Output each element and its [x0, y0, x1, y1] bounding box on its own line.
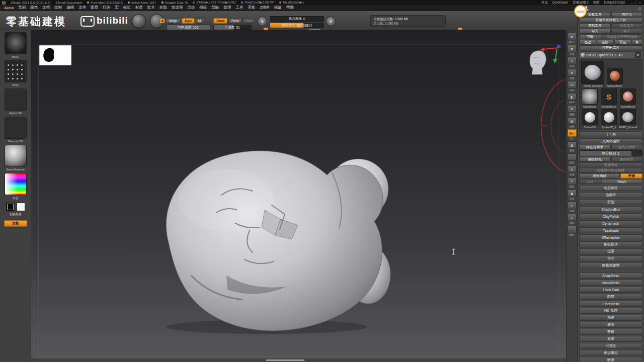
right-shelf-icon[interactable]: ◌ [568, 153, 577, 161]
goz-r-button[interactable]: R [632, 40, 642, 45]
active-tool-badge[interactable]: B [635, 52, 641, 58]
menu-item[interactable]: 材质 [135, 5, 143, 10]
rgb-button[interactable]: Rgb [182, 18, 195, 24]
menu-item[interactable]: 首选项 [172, 5, 183, 10]
subsection-header[interactable]: ClayPolish [579, 213, 642, 219]
copy-tool-button[interactable]: 复制工具 [579, 23, 611, 28]
tool-thumbnail-icon[interactable] [601, 109, 617, 125]
color-picker[interactable]: 渐变 [5, 173, 27, 201]
menu-item[interactable]: 拾取 [159, 5, 167, 10]
menu-item[interactable]: 工具 [235, 5, 243, 10]
subpalette-header[interactable]: HD 几何 [579, 308, 642, 314]
m-button[interactable]: M [196, 18, 203, 24]
zcut-button[interactable]: Zcut [243, 18, 255, 24]
goz-visible-button[interactable]: 可见 [614, 40, 631, 45]
subsection-header[interactable]: 大小 [579, 255, 642, 261]
right-shelf-icon[interactable]: ⇕ [568, 57, 577, 64]
material-thumbnail-icon[interactable] [5, 145, 27, 167]
brush-thumbnail-icon[interactable] [5, 32, 27, 54]
right-shelf-icon[interactable]: ~ [568, 226, 577, 233]
stroke-curve-icon[interactable]: S [258, 17, 267, 26]
focal-shift-slider[interactable]: 焦点衰减0 [270, 16, 324, 22]
right-shelf-icon[interactable]: ◍ [568, 33, 577, 40]
tool-thumbnail-icon[interactable]: S [601, 88, 617, 105]
palette-menu-icon[interactable] [637, 6, 642, 12]
titlebar-button[interactable]: 帮助 [593, 1, 600, 5]
menu-item[interactable]: 绘制 [54, 5, 62, 10]
subpalette-header[interactable]: 联系 [579, 357, 642, 362]
menu-item[interactable]: 帮助 [286, 5, 294, 10]
menu-item[interactable]: 笔触 [211, 5, 219, 10]
axis-gizmo[interactable] [538, 42, 561, 66]
material-selector[interactable]: BasicMaterial [5, 145, 27, 171]
sculpt-canvas[interactable] [31, 30, 566, 362]
make-polymesh3d-button[interactable]: 生成多边形网格物体 [602, 34, 642, 39]
right-shelf-button[interactable]: ▦ 渲染 [568, 45, 577, 55]
color-picker-gradient[interactable] [5, 173, 27, 195]
secondary-color-swatch[interactable] [17, 203, 25, 211]
right-shelf-button[interactable]: L 局部 [568, 214, 577, 224]
tool-thumbnail[interactable]: Sphere3D_1 [600, 109, 618, 129]
lower-res-button[interactable]: 降低分辨率 [579, 145, 611, 150]
titlebar-button[interactable]: 背景选项 0 [573, 1, 588, 5]
subsection-header[interactable]: 折边 [579, 199, 642, 205]
right-shelf-icon[interactable]: P [568, 105, 577, 113]
subsection-header[interactable]: 修改拓扑 [579, 241, 642, 247]
menu-item[interactable]: 灯光 [103, 5, 110, 10]
active-tool-bar[interactable]: PM3D_Sphere3D_1. 49 B [579, 51, 642, 58]
titlebar-button[interactable]: 意见 [541, 1, 548, 5]
convert-bpr-button[interactable]: 转换BPR到几何体 [579, 168, 642, 173]
reuv-button[interactable]: ReUV [602, 179, 642, 184]
tool-thumbnail-icon[interactable] [582, 109, 598, 125]
menu-item[interactable]: 编辑 [66, 5, 74, 10]
texture-selector[interactable]: Texture Off [5, 117, 27, 143]
right-shelf-button[interactable]: ◫ 线框 [568, 202, 577, 212]
titlebar-button[interactable]: QuickSave [552, 1, 568, 5]
subsection-header[interactable]: Tessimate [579, 227, 642, 233]
subsection-header[interactable]: ZRemesher [579, 234, 642, 240]
tool-thumbnail[interactable]: AlphaBrush [581, 88, 599, 108]
tool-thumbnail[interactable]: EraserBrush [619, 88, 637, 108]
subpalette-header[interactable]: 图层 [579, 294, 642, 300]
primary-color-swatch[interactable] [6, 203, 15, 211]
menu-item[interactable]: 影片 [147, 5, 155, 10]
right-shelf-icon[interactable]: F [568, 177, 577, 185]
higher-res-button[interactable]: 更高分辨率 [611, 145, 643, 150]
subsection-header[interactable]: 网格完整性 [579, 262, 642, 268]
sdiv-slider[interactable]: 细分级别5 [579, 150, 642, 156]
stroke-selector[interactable]: Dots [5, 60, 27, 86]
clone-button[interactable]: 克隆 [579, 34, 601, 39]
subpalette-header[interactable]: NanoMesh [579, 280, 642, 286]
texture-thumbnail-icon[interactable] [5, 117, 27, 139]
subpalette-header[interactable]: 遮罩 [579, 336, 642, 342]
alpha-badge[interactable]: A [160, 19, 165, 23]
open-tool-button[interactable]: 打开▶工具 [579, 45, 642, 50]
lightbox-toggle-icon[interactable] [132, 14, 146, 28]
subpalette-header[interactable]: FiberMesh [579, 301, 642, 307]
right-shelf-button[interactable]: ◍ BPR [568, 33, 577, 43]
subsection-header[interactable]: 动态细分 [579, 185, 642, 191]
menu-item[interactable]: 缩放 [274, 5, 282, 10]
right-shelf-icon[interactable]: ▤ [568, 117, 577, 125]
right-shelf-button[interactable]: ◌ 幽灵 [568, 153, 577, 164]
sculpture-mesh[interactable] [121, 125, 403, 338]
subsection-header[interactable]: Dynamesh [579, 220, 642, 226]
draw-size-slider[interactable]: 绘制大小452.68814 [270, 23, 324, 28]
right-shelf-icon[interactable]: L [568, 214, 577, 221]
menu-item[interactable]: Alpha [4, 6, 14, 10]
del-lower-button[interactable]: 删除较低 [579, 157, 611, 162]
subtool-section-header[interactable]: 子工具 [579, 131, 642, 137]
right-shelf-button[interactable]: 1:1 实际 [568, 81, 577, 92]
window-control-button[interactable]: × [638, 1, 642, 5]
subsection-header[interactable]: ShadowBox [579, 206, 642, 212]
tool-thumbnail-icon[interactable] [582, 88, 598, 105]
stroke-thumbnail-icon[interactable] [5, 60, 27, 82]
menu-item[interactable]: 图层 [91, 5, 98, 10]
tool-thumbnail[interactable]: SphereBrush [606, 68, 624, 87]
tool-thumbnail-icon[interactable] [620, 88, 636, 105]
del-higher-button[interactable]: 删除较高 [611, 157, 643, 162]
subpalette-header[interactable]: 预览 [579, 315, 642, 321]
subsection-header[interactable]: 边循环 [579, 192, 642, 198]
menu-item[interactable]: 渲染 [187, 5, 195, 10]
save-as-button[interactable]: 另存为 [611, 12, 643, 17]
